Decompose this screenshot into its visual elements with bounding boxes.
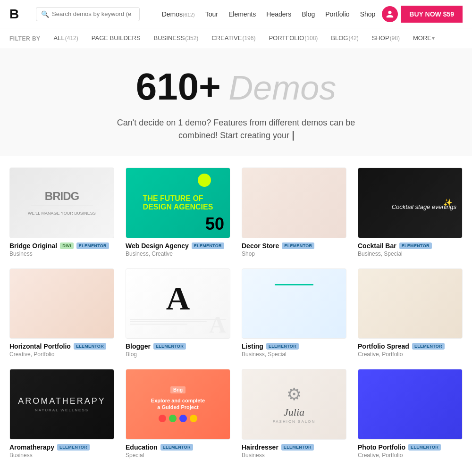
demo-info-photopf: Photo Portfolio ELEMENTOR Creative, Port… [358,443,463,459]
demo-info-listing: Listing ELEMENTOR Business, Special [242,342,346,358]
demo-title: Decor Store [242,242,279,250]
text-cursor [293,131,294,141]
demo-info-education: Education ELEMENTOR Special [126,443,230,459]
nav-tour[interactable]: Tour [202,8,222,20]
logo[interactable]: B [9,7,28,22]
demo-card-bridge-original[interactable]: BRIDG WE'LL MANAGE YOUR BUSINESS Bridge … [9,167,114,257]
demo-categories: Creative, Portfolio [358,351,463,358]
demos-grid: BRIDG WE'LL MANAGE YOUR BUSINESS Bridge … [0,156,472,470]
demo-thumbnail-blogger: A A [126,268,230,339]
nav-elements[interactable]: Elements [225,8,260,20]
filter-all[interactable]: ALL(412) [47,28,85,49]
demo-title: Aromatherapy [9,443,54,451]
demo-categories: Business, Special [358,251,463,257]
demo-card-blogger[interactable]: A A Blogger ELEMENTOR Blog [126,268,230,358]
avatar[interactable] [382,6,398,22]
search-bar[interactable]: 🔍 [36,7,140,21]
demo-card-decor[interactable]: Decor Store ELEMENTOR Shop [242,167,346,257]
demo-card-horizontal[interactable]: Horizontal Portfolio ELEMENTOR Creative,… [9,268,114,358]
filter-by-label: FILTER BY [9,35,47,42]
demo-badge: ELEMENTOR [282,242,314,249]
demo-categories: Business [9,251,114,257]
demo-badge: ELEMENTOR [153,343,186,350]
demo-badge: ELEMENTOR [266,343,299,350]
header: B 🔍 Demos(612) Tour Elements Headers Blo… [0,0,472,28]
demo-card-web-design[interactable]: THE FUTURE OFDESIGN AGENCIES 50 Web Desi… [126,167,230,257]
demo-title: Blogger [126,342,151,350]
demo-info-bridge: Bridge Original DIVI ELEMENTOR Business [9,242,114,257]
demo-badge-elementor: ELEMENTOR [76,242,109,249]
nav-portfolio[interactable]: Portfolio [321,8,353,20]
demo-title: Education [126,443,158,451]
demo-info-horizontal: Horizontal Portfolio ELEMENTOR Creative,… [9,342,114,358]
demo-categories: Business, Special [242,351,346,358]
demo-thumbnail-aroma: Aromatherapy natural wellness [9,369,114,440]
filter-shop[interactable]: SHOP(98) [365,28,406,49]
demo-categories: Shop [242,251,346,257]
demo-badge: DIVI [60,242,74,249]
demo-info-aroma: Aromatherapy ELEMENTOR Business [9,443,114,459]
demo-card-aromatherapy[interactable]: Aromatherapy natural wellness Aromathera… [9,369,114,459]
search-icon: 🔍 [41,10,49,18]
demo-title: Listing [242,342,263,350]
demo-title: Photo Portfolio [358,443,405,451]
demo-badge: ELEMENTOR [399,242,432,249]
demo-categories: Business [9,452,114,459]
nav-demos[interactable]: Demos(612) [158,8,199,20]
hero-subtitle: Can't decide on 1 demo? Features from di… [94,117,378,142]
demo-thumbnail-photopf [358,369,463,440]
demo-badge: ELEMENTOR [412,343,445,350]
demo-info-spread: Portfolio Spread ELEMENTOR Creative, Por… [358,342,463,358]
filter-creative[interactable]: CREATIVE(196) [205,28,262,49]
demo-badge: ELEMENTOR [408,444,441,451]
filter-page-builders[interactable]: PAGE BUILDERS [85,28,147,49]
demo-badge: ELEMENTOR [57,444,90,451]
demo-count: 610+ [136,66,221,108]
demo-info-webdesign: Web Design Agency ELEMENTOR Business, Cr… [126,242,230,257]
demo-card-listing[interactable]: Listing ELEMENTOR Business, Special [242,268,346,358]
demo-info-cocktail: Cocktail Bar ELEMENTOR Business, Special [358,242,463,257]
demo-categories: Creative, Portfolio [9,351,114,358]
filter-portfolio[interactable]: PORTFOLIO(108) [262,28,324,49]
demo-thumbnail-spread [358,268,463,339]
filter-more[interactable]: MORE ▾ [406,28,441,49]
demo-card-cocktail[interactable]: ✨ Cocktail stage evenings Cocktail Bar E… [358,167,463,257]
demo-title: Hairdresser [242,443,278,451]
nav-blog[interactable]: Blog [298,8,319,20]
demo-badge: ELEMENTOR [281,444,314,451]
search-input[interactable] [52,10,132,17]
demo-title: Portfolio Spread [358,342,409,350]
demo-categories: Business, Creative [126,251,230,257]
demo-card-hairdresser[interactable]: ⚙ Julia Fashion Salon Hairdresser ELEMEN… [242,369,346,459]
demo-badge: ELEMENTOR [74,343,106,350]
demo-info-decor: Decor Store ELEMENTOR Shop [242,242,346,257]
nav-headers[interactable]: Headers [262,8,295,20]
demo-categories: Creative, Portfolio [358,452,463,459]
demo-categories: Blog [126,351,230,358]
demos-label: Demos [228,69,336,107]
demo-categories: Business [242,452,346,459]
nav-shop[interactable]: Shop [356,8,379,20]
demo-card-photo-portfolio[interactable]: Photo Portfolio ELEMENTOR Creative, Port… [358,369,463,459]
filter-bar: FILTER BY ALL(412) PAGE BUILDERS BUSINES… [0,28,472,49]
demo-thumbnail-bridge: BRIDG WE'LL MANAGE YOUR BUSINESS [9,167,114,238]
demo-thumbnail-decor [242,167,346,238]
main-nav: Demos(612) Tour Elements Headers Blog Po… [158,6,463,23]
hero-section: 610+ Demos Can't decide on 1 demo? Featu… [0,49,472,156]
filter-blog[interactable]: BLOG(42) [324,28,365,49]
demo-thumbnail-education: Brig Explore and completea Guided Projec… [126,369,230,440]
demo-badge: ELEMENTOR [192,242,224,249]
demo-thumbnail-webdesign: THE FUTURE OFDESIGN AGENCIES 50 [126,167,230,238]
buy-now-button[interactable]: BUY NOW $59 [401,6,463,23]
filter-business[interactable]: BUSINESS(352) [147,28,205,49]
demo-categories: Special [126,452,230,459]
demo-card-portfolio-spread[interactable]: Portfolio Spread ELEMENTOR Creative, Por… [358,268,463,358]
demo-title: Bridge Original [9,242,57,250]
demo-info-hair: Hairdresser ELEMENTOR Business [242,443,346,459]
demo-title: Horizontal Portfolio [9,342,71,350]
demo-card-education[interactable]: Brig Explore and completea Guided Projec… [126,369,230,459]
demo-thumbnail-listing [242,268,346,339]
demo-title: Web Design Agency [126,242,189,250]
demo-title: Cocktail Bar [358,242,396,250]
demo-thumbnail-cocktail: ✨ Cocktail stage evenings [358,167,463,238]
